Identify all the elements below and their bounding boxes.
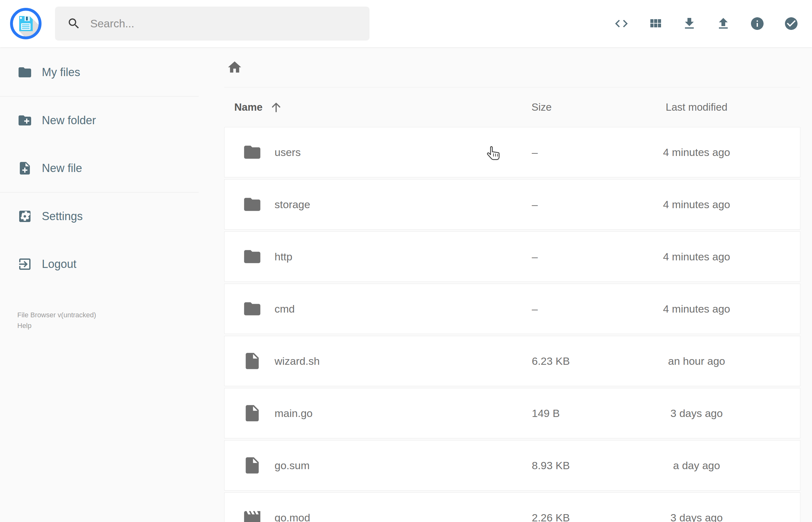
sidebar-item-label: New file <box>42 162 82 175</box>
file-name: users <box>275 146 301 159</box>
file-name-cell: wizard.sh <box>225 351 532 371</box>
file-name: go.mod <box>275 511 310 522</box>
file-name-cell: go.sum <box>225 456 532 475</box>
sidebar-item-label: New folder <box>42 114 96 127</box>
folder-icon <box>242 299 262 319</box>
file-size: 2.26 KB <box>532 511 593 522</box>
file-size: 149 B <box>532 407 593 420</box>
file-modified: an hour ago <box>593 355 800 367</box>
settings-icon <box>17 209 33 224</box>
app-version-text: File Browser v(untracked) <box>17 310 96 320</box>
file-modified: 3 days ago <box>593 511 800 522</box>
file-modified: a day ago <box>593 459 800 472</box>
sidebar-item-new-file[interactable]: New file <box>0 144 199 192</box>
download-button[interactable] <box>682 16 697 31</box>
file-modified: 4 minutes ago <box>593 198 800 211</box>
file-row[interactable]: go.sum 8.93 KB a day ago <box>224 440 800 490</box>
search-bar[interactable] <box>55 6 369 41</box>
folder-icon <box>17 65 33 80</box>
sort-ascending-arrow-icon <box>269 101 283 114</box>
search-input[interactable] <box>89 17 349 30</box>
sidebar-item-settings[interactable]: Settings <box>0 193 199 240</box>
file-name: http <box>275 250 292 263</box>
breadcrumb-home-button[interactable] <box>227 59 242 75</box>
file-list: users – 4 minutes ago storage – 4 minute… <box>224 127 800 522</box>
file-name-cell: cmd <box>225 299 532 319</box>
file-size: – <box>532 198 593 211</box>
select-multiple-button[interactable] <box>784 16 799 31</box>
file-row[interactable]: users – 4 minutes ago <box>224 127 800 177</box>
header-bar <box>0 0 812 47</box>
sidebar-item-my-files[interactable]: My files <box>0 48 199 96</box>
file-name-cell: main.go <box>225 403 532 423</box>
folder-icon <box>242 142 262 162</box>
file-row[interactable]: main.go 149 B 3 days ago <box>224 388 800 438</box>
file-name-cell: go.mod <box>225 508 532 522</box>
file-browser-app: My files New folder New file Settings Lo… <box>0 0 812 522</box>
grid-view-icon <box>648 16 663 31</box>
info-icon <box>750 16 765 31</box>
file-name: wizard.sh <box>275 355 320 367</box>
sidebar-item-new-folder[interactable]: New folder <box>0 97 199 144</box>
folder-icon <box>242 247 262 266</box>
download-icon <box>682 16 697 31</box>
file-name-cell: storage <box>225 195 532 214</box>
file-size: – <box>532 303 593 315</box>
search-icon <box>67 17 81 31</box>
file-modified: 3 days ago <box>593 407 800 420</box>
file-modified: 4 minutes ago <box>593 146 800 159</box>
file-icon <box>242 351 262 371</box>
file-row[interactable]: storage – 4 minutes ago <box>224 179 800 229</box>
file-size: – <box>532 146 593 159</box>
file-size: 8.93 KB <box>532 459 593 472</box>
movie-icon <box>242 508 262 522</box>
file-name-cell: http <box>225 247 532 266</box>
file-name-cell: users <box>225 142 532 162</box>
sort-by-modified-header[interactable]: Last modified <box>593 101 800 113</box>
file-icon <box>242 403 262 423</box>
new-file-icon <box>17 161 33 176</box>
file-name: go.sum <box>275 459 310 472</box>
file-modified: 4 minutes ago <box>593 250 800 263</box>
file-row[interactable]: wizard.sh 6.23 KB an hour ago <box>224 336 800 386</box>
logout-icon <box>17 257 33 272</box>
file-size: – <box>532 250 593 263</box>
switch-view-button[interactable] <box>648 16 663 31</box>
file-row[interactable]: cmd – 4 minutes ago <box>224 284 800 334</box>
sidebar-item-label: Logout <box>42 258 76 271</box>
upload-icon <box>716 16 731 31</box>
new-folder-icon <box>17 113 33 128</box>
header-actions <box>614 16 799 31</box>
shell-button[interactable] <box>614 16 629 31</box>
file-row[interactable]: go.mod 2.26 KB 3 days ago <box>224 493 800 522</box>
file-name: storage <box>275 198 310 211</box>
code-icon <box>614 16 629 31</box>
file-row[interactable]: http – 4 minutes ago <box>224 232 800 282</box>
app-logo-floppy-icon[interactable] <box>10 8 41 39</box>
select-multiple-icon <box>784 16 799 31</box>
breadcrumb <box>224 47 800 87</box>
file-size: 6.23 KB <box>532 355 593 367</box>
file-name: main.go <box>275 407 312 420</box>
file-listing: Name Size Last modified users – 4 minute… <box>224 47 800 522</box>
listing-column-headers: Name Size Last modified <box>224 87 800 127</box>
sort-by-size-header[interactable]: Size <box>531 101 593 113</box>
folder-icon <box>242 195 262 214</box>
file-icon <box>242 456 262 475</box>
sidebar-item-logout[interactable]: Logout <box>0 240 199 288</box>
sidebar-item-label: Settings <box>42 210 83 223</box>
sidebar-item-label: My files <box>42 66 80 79</box>
home-icon <box>227 59 242 75</box>
sort-by-name-header[interactable]: Name <box>224 101 531 114</box>
help-link[interactable]: Help <box>17 320 96 331</box>
sidebar-footer: File Browser v(untracked) Help <box>17 310 96 331</box>
upload-button[interactable] <box>716 16 731 31</box>
info-button[interactable] <box>750 16 765 31</box>
file-modified: 4 minutes ago <box>593 303 800 315</box>
sidebar: My files New folder New file Settings Lo… <box>0 47 199 288</box>
file-name: cmd <box>275 303 295 315</box>
